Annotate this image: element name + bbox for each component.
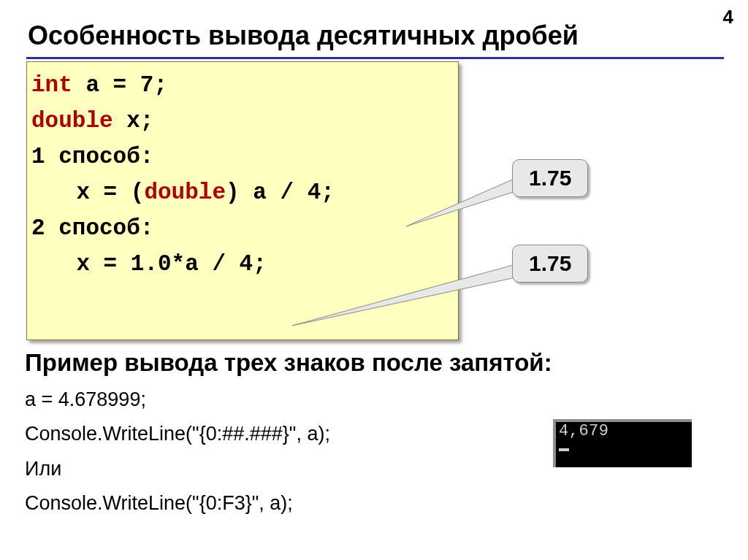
code-line-6: x = 1.0*a / 4; [31,247,452,283]
example-line-4: Console.WriteLine("{0:F3}", a); [25,486,330,521]
keyword-double: double [31,108,113,134]
code-block: int a = 7; double x; 1 способ: x = (doub… [26,61,459,340]
code-text: a = 7; [72,72,167,98]
page-number: 4 [723,6,733,28]
example-line-2: Console.WriteLine("{0:##.###}", a); [25,417,330,451]
example-block: a = 4.678999; Console.WriteLine("{0:##.#… [25,383,330,521]
code-line-3: 1 способ: [31,139,452,175]
example-line-3: Или [25,452,330,486]
code-line-1: int a = 7; [31,68,452,104]
console-output: 4,679 [553,419,692,467]
keyword-double-cast: double [144,180,226,205]
code-line-4: x = (double) a / 4; [31,175,452,211]
code-text: ) a / 4; [226,180,335,205]
title-underline [26,57,724,59]
console-text: 4,679 [556,422,692,440]
code-text: x = ( [76,180,144,205]
result-bubble-2: 1.75 [512,245,588,283]
code-line-5: 2 способ: [31,211,452,247]
keyword-int: int [31,72,72,98]
code-text: x = 1.0*a / 4; [76,251,266,277]
result-bubble-1: 1.75 [512,159,588,197]
code-text: x; [113,108,154,134]
code-line-2: double x; [31,104,452,139]
console-cursor [559,448,569,451]
slide: 4 Особенность вывода десятичных дробей i… [0,0,748,560]
example-line-1: a = 4.678999; [25,383,330,417]
example-subtitle: Пример вывода трех знаков после запятой: [25,349,552,377]
slide-title: Особенность вывода десятичных дробей [28,20,579,51]
